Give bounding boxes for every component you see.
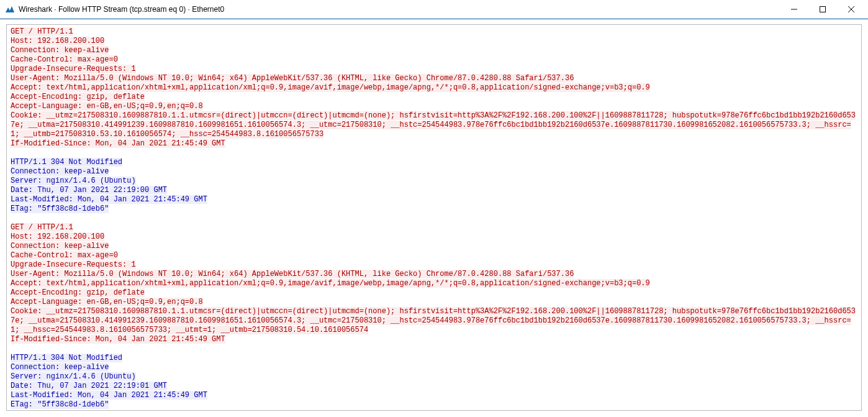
stream-textarea[interactable]: GET / HTTP/1.1 Host: 192.168.200.100 Con…	[6, 24, 862, 411]
window-title: Wireshark · Follow HTTP Stream (tcp.stre…	[19, 5, 780, 14]
http-response-block: HTTP/1.1 304 Not Modified Connection: ke…	[11, 354, 207, 409]
http-request-block: GET / HTTP/1.1 Host: 192.168.200.100 Con…	[11, 27, 856, 148]
stream-content: GET / HTTP/1.1 Host: 192.168.200.100 Con…	[11, 27, 857, 410]
wireshark-icon	[5, 4, 15, 14]
svg-rect-0	[820, 6, 826, 12]
content-area: GET / HTTP/1.1 Host: 192.168.200.100 Con…	[0, 19, 868, 416]
http-request-block: GET / HTTP/1.1 Host: 192.168.200.100 Con…	[11, 223, 856, 344]
minimize-button[interactable]	[780, 0, 808, 19]
close-button[interactable]	[837, 0, 866, 19]
http-response-block: HTTP/1.1 304 Not Modified Connection: ke…	[11, 158, 207, 213]
window-controls	[780, 0, 866, 19]
maximize-button[interactable]	[808, 0, 837, 19]
titlebar: Wireshark · Follow HTTP Stream (tcp.stre…	[0, 0, 868, 19]
